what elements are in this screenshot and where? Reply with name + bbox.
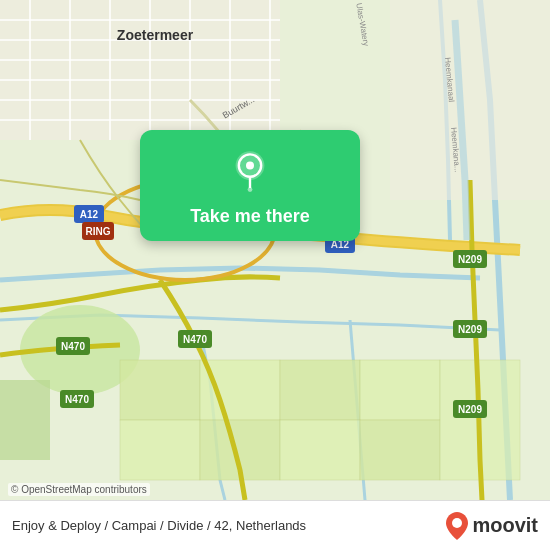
svg-rect-15 — [390, 0, 550, 200]
svg-rect-19 — [200, 360, 280, 420]
svg-text:N470: N470 — [183, 334, 207, 345]
svg-text:N209: N209 — [458, 404, 482, 415]
svg-rect-18 — [120, 360, 200, 420]
svg-rect-20 — [280, 360, 360, 420]
moovit-logo: moovit — [446, 512, 538, 540]
svg-point-56 — [452, 518, 462, 528]
osm-attribution: © OpenStreetMap contributors — [8, 483, 150, 496]
map-container: A12 A12 N470 N470 N470 N209 N209 N209 RI… — [0, 0, 550, 500]
svg-text:RING: RING — [86, 226, 111, 237]
svg-rect-21 — [360, 360, 440, 420]
svg-text:N209: N209 — [458, 254, 482, 265]
svg-rect-17 — [0, 380, 50, 460]
svg-text:Zoetermeer: Zoetermeer — [117, 27, 194, 43]
svg-rect-24 — [280, 420, 360, 480]
svg-text:N470: N470 — [61, 341, 85, 352]
moovit-brand-text: moovit — [472, 514, 538, 537]
svg-rect-1 — [0, 0, 280, 140]
svg-text:N470: N470 — [65, 394, 89, 405]
svg-point-54 — [246, 162, 254, 170]
svg-rect-22 — [120, 420, 200, 480]
svg-text:A12: A12 — [80, 209, 99, 220]
action-button-label: Take me there — [190, 206, 310, 227]
svg-text:N209: N209 — [458, 324, 482, 335]
action-button[interactable]: Take me there — [140, 130, 360, 241]
location-text: Enjoy & Deploy / Campai / Divide / 42, N… — [12, 518, 446, 533]
location-pin-icon — [226, 148, 274, 196]
svg-point-55 — [248, 187, 253, 192]
bottom-bar: Enjoy & Deploy / Campai / Divide / 42, N… — [0, 500, 550, 550]
moovit-pin-icon — [446, 512, 468, 540]
svg-rect-25 — [360, 420, 440, 480]
